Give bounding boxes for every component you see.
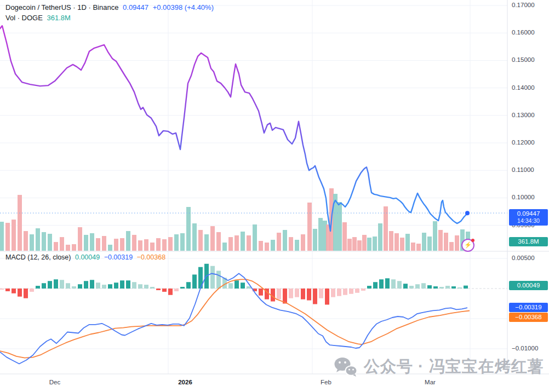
volume-label[interactable]: Vol · DOGE xyxy=(5,14,43,22)
gridlines xyxy=(0,0,507,374)
macd-histogram-bar xyxy=(108,284,112,289)
volume-bar xyxy=(289,237,293,251)
price-series-path xyxy=(0,26,467,231)
macd-histogram-bar xyxy=(72,286,76,289)
macd-histogram-bar xyxy=(367,286,371,289)
volume-bar xyxy=(378,223,382,251)
macd-histogram-bar xyxy=(120,280,124,289)
macd-histogram-bar xyxy=(24,289,28,298)
macd-histogram-bar xyxy=(78,284,82,289)
volume-bar xyxy=(150,243,155,251)
volume-bar xyxy=(265,243,269,251)
macd-histogram-bar xyxy=(349,289,353,294)
volume-bar xyxy=(180,233,185,251)
volume-bar xyxy=(126,231,130,251)
macd-histogram-bar xyxy=(90,280,94,289)
macd-histogram-bar xyxy=(18,289,22,297)
volume-bar xyxy=(352,237,357,251)
macd-histogram-bar xyxy=(12,289,16,293)
macd-histogram-bar xyxy=(397,281,402,289)
macd-histogram-bar xyxy=(150,287,155,289)
macd-histogram-bar xyxy=(415,284,420,289)
price-line xyxy=(0,26,507,231)
volume-bar xyxy=(198,230,203,251)
macd-label[interactable]: MACD (12, 26, close) xyxy=(5,253,71,261)
volume-bar xyxy=(72,244,76,251)
last-price-value: 0.09447 xyxy=(123,3,148,11)
volume-bar xyxy=(427,237,432,251)
volume-bar xyxy=(373,237,377,251)
volume-bar xyxy=(438,230,443,251)
price-axis-tick: 0.17000 xyxy=(512,2,535,8)
volume-bar xyxy=(54,242,58,251)
volume-bar xyxy=(362,235,367,251)
price-axis-tick: 0.11000 xyxy=(512,166,534,173)
macd-histogram-bar xyxy=(325,289,329,304)
macd-histogram-bar xyxy=(132,282,136,289)
volume-bar xyxy=(422,233,426,251)
volume-bar xyxy=(318,218,323,251)
volume-bar xyxy=(60,237,64,251)
volume-bar xyxy=(12,220,16,251)
macd-legend: MACD (12, 26, close) 0.00049 −0.00319 −0… xyxy=(5,253,168,261)
volume-bar xyxy=(241,232,245,251)
macd-histogram-bar xyxy=(464,286,468,289)
instant-trade-button[interactable]: ⚡ xyxy=(461,239,474,252)
volume-bar xyxy=(204,234,209,251)
macd-histogram-bar xyxy=(373,282,378,289)
macd-hist-badge: 0.00049 xyxy=(509,281,548,290)
macd-hist-value: 0.00049 xyxy=(75,253,100,261)
macd-histogram-bar xyxy=(337,289,341,296)
volume-bar xyxy=(174,234,179,251)
price-axis-tick: 0.13000 xyxy=(512,112,535,118)
time-axis-label-Mar: Mar xyxy=(425,379,436,385)
volume-bar xyxy=(271,240,275,251)
current-price-badge: 0.09447 14:34:30 xyxy=(509,209,548,226)
price-axis-tick: 0.10000 xyxy=(512,194,535,200)
macd-histogram-bar xyxy=(180,287,185,289)
macd-axis-tick: −0.01000 xyxy=(512,345,538,351)
macd-histogram-bar xyxy=(235,280,239,289)
macd-histogram-bar xyxy=(96,283,100,289)
macd-histogram-bar xyxy=(144,285,148,289)
macd-histogram-bar xyxy=(162,289,167,292)
volume-bar xyxy=(394,233,399,251)
macd-histogram-bar xyxy=(427,285,432,289)
volume-bar xyxy=(277,233,281,251)
macd-histogram-bar xyxy=(168,289,173,295)
watermark: 公众号 · 冯宝宝在烤红薯 xyxy=(333,356,544,378)
volume-bar xyxy=(114,239,118,251)
volume-bar xyxy=(144,239,148,251)
macd-histogram-bar xyxy=(361,289,365,291)
macd-histogram-bar xyxy=(313,289,317,304)
volume-bar xyxy=(162,239,167,251)
chart-canvas[interactable] xyxy=(0,0,549,392)
symbol-title[interactable]: Dogecoin / TetherUS · 1D · Binance xyxy=(5,3,118,11)
wechat-icon xyxy=(333,356,358,377)
volume-bar xyxy=(416,244,421,251)
price-axis-tick: 0.12000 xyxy=(512,139,535,146)
macd-histogram-bar xyxy=(385,278,390,289)
macd-histogram-bar xyxy=(391,279,396,289)
price-axis-tick: 0.14000 xyxy=(512,84,535,91)
volume-legend: Vol · DOGE 361.8M xyxy=(5,14,73,22)
macd-line-value: −0.00319 xyxy=(104,253,133,261)
macd-histogram-bar xyxy=(138,284,142,289)
macd-histogram-bar xyxy=(174,289,179,291)
macd-histogram-bar xyxy=(36,286,40,289)
symbol-legend: Dogecoin / TetherUS · 1D · Binance 0.094… xyxy=(5,3,216,11)
volume-bar xyxy=(156,238,161,251)
badge-price-countdown: 14:34:30 xyxy=(509,217,548,224)
last-price-dot xyxy=(465,211,470,215)
volume-bar xyxy=(405,234,410,251)
pane-separators[interactable] xyxy=(0,0,549,374)
macd-histogram-bar xyxy=(409,286,414,289)
macd-histogram-bar xyxy=(84,281,88,289)
macd-histogram-bar xyxy=(228,283,233,289)
volume-bar xyxy=(389,231,393,251)
macd-histogram xyxy=(0,264,468,305)
macd-histogram-bar xyxy=(102,285,106,289)
volume-bar xyxy=(84,235,88,251)
chart-root: Dogecoin / TetherUS · 1D · Binance 0.094… xyxy=(0,0,549,392)
macd-histogram-bar xyxy=(216,271,221,289)
